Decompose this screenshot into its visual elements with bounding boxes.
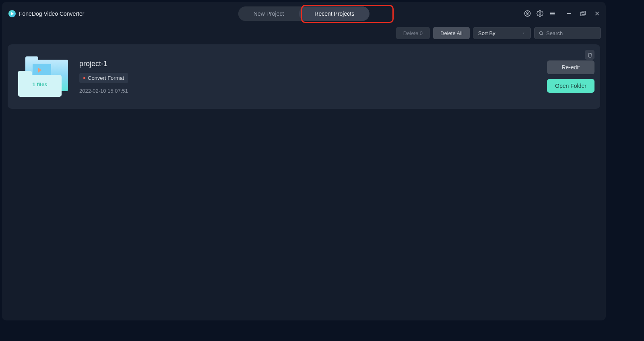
delete-selected-button[interactable]: Delete 0	[396, 27, 430, 39]
folder-graphic: 1 files	[17, 56, 70, 97]
toolbar: Delete 0 Delete All Sort By	[2, 25, 606, 41]
trash-icon	[587, 52, 592, 58]
search-icon	[539, 30, 544, 36]
folder-file-count: 1 files	[18, 81, 62, 87]
svg-point-11	[539, 31, 543, 35]
sort-by-label: Sort By	[478, 30, 495, 36]
delete-all-button[interactable]: Delete All	[433, 27, 470, 39]
svg-rect-8	[580, 12, 584, 16]
minimize-icon[interactable]	[565, 10, 573, 18]
project-name: project-1	[79, 60, 128, 68]
status-dot-icon	[83, 77, 85, 79]
search-box[interactable]	[534, 27, 601, 39]
account-icon[interactable]	[523, 10, 531, 18]
project-card: 1 files project-1 Convert Format 2022-02…	[8, 44, 600, 109]
sort-by-dropdown[interactable]: Sort By	[473, 27, 531, 39]
svg-point-1	[526, 12, 528, 13]
project-info: project-1 Convert Format 2022-02-10 15:0…	[79, 60, 128, 94]
app-title: FoneDog Video Converter	[19, 10, 84, 17]
search-input[interactable]	[546, 30, 597, 36]
menu-icon[interactable]	[548, 10, 556, 18]
project-tag-label: Convert Format	[88, 75, 124, 81]
delete-project-button[interactable]	[585, 50, 594, 60]
open-folder-button[interactable]: Open Folder	[547, 79, 594, 93]
main-tabs: New Project Recent Projects	[238, 6, 369, 21]
svg-line-12	[542, 34, 543, 35]
card-actions: Re-edit Open Folder	[547, 60, 594, 93]
project-date: 2022-02-10 15:07:51	[79, 88, 128, 94]
content-area: 1 files project-1 Convert Format 2022-02…	[2, 41, 606, 112]
logo-icon	[8, 10, 16, 17]
tab-recent-projects[interactable]: Recent Projects	[299, 6, 369, 21]
tab-new-project[interactable]: New Project	[238, 6, 299, 21]
topright-controls	[523, 10, 601, 18]
svg-rect-7	[582, 11, 585, 15]
window-controls	[565, 10, 601, 18]
svg-point-2	[539, 12, 541, 14]
project-tag: Convert Format	[79, 73, 128, 83]
titlebar: FoneDog Video Converter New Project Rece…	[2, 2, 606, 25]
close-icon[interactable]	[593, 10, 601, 18]
app-logo: FoneDog Video Converter	[8, 10, 84, 17]
settings-icon[interactable]	[536, 10, 544, 18]
maximize-icon[interactable]	[579, 10, 587, 18]
reedit-button[interactable]: Re-edit	[547, 60, 594, 74]
chevron-down-icon	[522, 31, 526, 35]
main-window: FoneDog Video Converter New Project Rece…	[2, 2, 606, 320]
